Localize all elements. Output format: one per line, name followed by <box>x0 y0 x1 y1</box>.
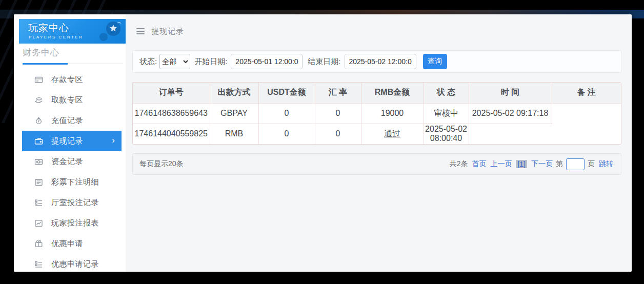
sidebar-item-label: 玩家投注报表 <box>51 218 99 228</box>
sidebar-item-label: 资金记录 <box>51 157 83 167</box>
chevron-right-icon: › <box>112 135 115 146</box>
cash-note-icon <box>34 157 45 166</box>
start-date-input[interactable] <box>231 54 303 69</box>
cell-rmb: 19000 <box>361 103 424 124</box>
sidebar-item-label: 优惠申请记录 <box>51 259 99 269</box>
col-usdt-amount: USDT金额 <box>258 83 315 103</box>
col-rmb-amount: RMB金额 <box>361 83 424 103</box>
sidebar-section-title: 财务中心 <box>23 47 59 58</box>
sidebar-item-promo-apply[interactable]: 优惠申请 <box>22 233 122 254</box>
sidebar-item-label: 提现记录 <box>51 136 83 146</box>
section-divider <box>23 64 123 64</box>
search-button[interactable]: 查询 <box>423 54 447 69</box>
cell-rate: 0 <box>315 124 361 144</box>
cell-status: 审核中 <box>424 103 469 124</box>
sidebar-item-lottery-bet-details[interactable]: 彩票下注明细 <box>22 172 122 192</box>
gamepad-icon <box>95 20 124 44</box>
sidebar-item-deposit-zone[interactable]: 存款专区 <box>22 69 122 90</box>
sidebar-item-hall-bet-records[interactable]: 厅室投注记录 <box>22 192 122 213</box>
pagination-bar: 每页显示20条 共2条 首页 上一页 [1] 下一页 第 页 跳转 <box>132 153 621 175</box>
chart-icon <box>34 219 45 228</box>
next-page-link[interactable]: 下一页 <box>531 159 553 169</box>
app-window: 玩家中心 PLAYERS CENTER 财务中心 存款专区 <box>14 14 632 272</box>
col-rate: 汇 率 <box>315 83 361 103</box>
per-page-label: 每页显示20条 <box>139 159 184 169</box>
cell-usdt: 0 <box>258 124 315 144</box>
gift-icon <box>34 239 45 248</box>
cell-usdt: 0 <box>258 103 315 124</box>
topbar: 提现记录 <box>136 26 184 36</box>
cell-time: 2025-05-02 08:00:40 <box>424 124 469 144</box>
page-title: 提现记录 <box>151 27 184 36</box>
sidebar-header: 玩家中心 PLAYERS CENTER <box>19 19 126 44</box>
menu-toggle-icon[interactable] <box>136 27 145 36</box>
cell-remark <box>469 124 552 144</box>
sidebar-item-withdraw-records[interactable]: 提现记录 › <box>22 131 122 151</box>
sidebar-item-withdraw-zone[interactable]: 取款专区 <box>22 90 122 110</box>
status-link[interactable]: 通过 <box>384 129 400 138</box>
status-select[interactable]: 全部 <box>159 54 190 69</box>
status-label: 状态: <box>139 57 157 67</box>
col-time: 时 间 <box>469 83 552 103</box>
hand-money-icon <box>34 96 45 105</box>
sidebar-item-label: 优惠申请 <box>51 239 83 249</box>
table-row: 1746144040559825 RMB 0 0 通过 2025-05-02 0… <box>133 124 621 144</box>
col-order-no: 订单号 <box>133 83 210 103</box>
cell-order-no: 1746148638659643 <box>133 103 210 124</box>
col-status: 状 态 <box>424 83 469 103</box>
cell-rate: 0 <box>315 103 361 124</box>
bank-card-icon <box>34 75 45 84</box>
sidebar-item-recharge-records[interactable]: 充值记录 <box>22 110 122 131</box>
cell-status: 通过 <box>361 124 424 144</box>
pager: 共2条 首页 上一页 [1] 下一页 第 页 跳转 <box>446 158 613 170</box>
sidebar-item-player-bet-report[interactable]: 玩家投注报表 <box>22 213 122 233</box>
money-bag-icon <box>34 116 45 125</box>
total-count: 共2条 <box>450 159 468 169</box>
sidebar-item-label: 存款专区 <box>51 75 83 85</box>
start-date-label: 开始日期: <box>194 57 227 67</box>
current-page: [1] <box>516 160 527 168</box>
filter-bar: 状态: 全部 开始日期: 结束日期: 查询 <box>132 50 621 73</box>
sidebar-item-label: 厅室投注记录 <box>51 198 99 208</box>
cell-remark <box>552 103 621 124</box>
sidebar-item-funds-records[interactable]: 资金记录 <box>22 151 122 172</box>
sidebar-item-label: 充值记录 <box>51 116 83 126</box>
jump-suffix: 页 <box>588 159 595 169</box>
sidebar-item-label: 彩票下注明细 <box>51 177 99 187</box>
first-page-link[interactable]: 首页 <box>472 159 486 169</box>
jump-link[interactable]: 跳转 <box>599 159 613 169</box>
wallet-icon <box>34 137 45 146</box>
document-list-icon <box>34 178 45 187</box>
cell-time: 2025-05-02 09:17:18 <box>469 103 552 124</box>
col-method: 出款方式 <box>210 83 258 103</box>
jump-page-input[interactable] <box>566 158 585 170</box>
end-date-label: 结束日期: <box>308 57 340 67</box>
sidebar-menu: 存款专区 取款专区 充值记录 提现记录 › <box>22 69 122 272</box>
jump-prefix: 第 <box>556 159 563 169</box>
cell-method: RMB <box>210 124 258 144</box>
sidebar-item-label: 取款专区 <box>51 95 83 105</box>
records-table: 订单号 出款方式 USDT金额 汇 率 RMB金额 状 态 时 间 备 注 17… <box>133 83 621 144</box>
main-content: 提现记录 状态: 全部 开始日期: 结束日期: 查询 订单号 <box>126 14 632 272</box>
prev-page-link[interactable]: 上一页 <box>490 159 512 169</box>
table-row: 1746148638659643 GBPAY 0 0 19000 审核中 202… <box>133 103 621 124</box>
checklist-icon <box>34 260 45 269</box>
sidebar-item-promo-apply-records[interactable]: 优惠申请记录 <box>22 254 122 272</box>
end-date-input[interactable] <box>345 54 416 69</box>
checklist-icon <box>34 198 45 207</box>
sidebar: 玩家中心 PLAYERS CENTER 财务中心 存款专区 <box>14 14 126 272</box>
table-header-row: 订单号 出款方式 USDT金额 汇 率 RMB金额 状 态 时 间 备 注 <box>133 83 621 103</box>
records-table-card: 订单号 出款方式 USDT金额 汇 率 RMB金额 状 态 时 间 备 注 17… <box>132 82 621 145</box>
cell-method: GBPAY <box>210 103 258 124</box>
cell-order-no: 1746144040559825 <box>133 124 210 144</box>
col-remark: 备 注 <box>552 83 621 103</box>
